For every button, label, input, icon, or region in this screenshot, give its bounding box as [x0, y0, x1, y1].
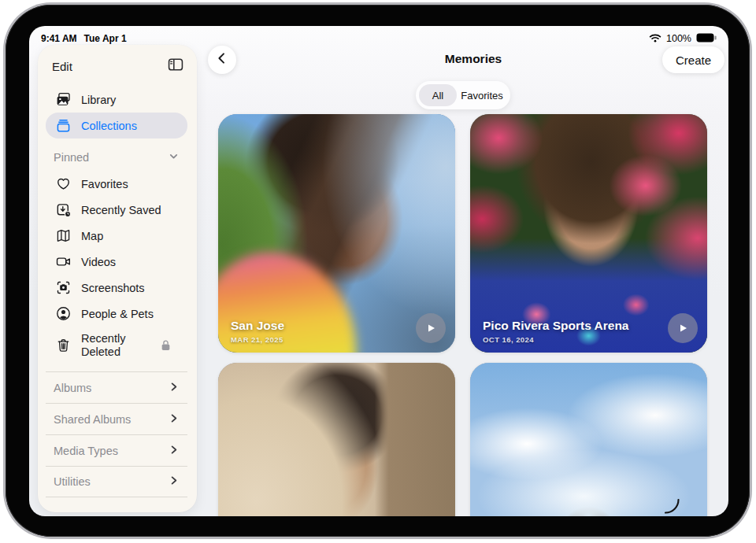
filter-segmented-control: All Favorites — [416, 81, 510, 109]
sidebar-item-people-pets[interactable]: People & Pets — [46, 301, 187, 327]
pinned-list: Favorites Recently Saved Map Videos — [46, 171, 187, 364]
memory-date: OCT 16, 2024 — [483, 335, 534, 344]
sidebar-item-library[interactable]: Library — [46, 87, 187, 113]
person-circle-icon — [54, 305, 72, 322]
photo-stack-icon — [54, 91, 72, 108]
stage: 9:41 AMTue Apr 1 100% Edit Library — [0, 0, 756, 543]
map-icon — [54, 227, 72, 244]
sidebar-item-recently-deleted[interactable]: Recently Deleted — [46, 327, 187, 364]
sidebar-toggle-icon[interactable] — [167, 56, 184, 76]
page-title: Memories — [218, 52, 728, 66]
trash-icon — [54, 337, 72, 353]
play-button[interactable] — [416, 313, 446, 343]
chevron-right-icon — [168, 381, 180, 395]
sidebar-sections: Albums Shared Albums Media Types Utiliti… — [46, 371, 187, 497]
memory-card-pico-rivera[interactable]: Pico Rivera Sports Arena OCT 16, 2024 — [470, 114, 707, 353]
sidebar-item-shared-albums[interactable]: Shared Albums — [46, 403, 187, 434]
sidebar: Edit Library Collections Pinned — [38, 45, 197, 512]
memory-photo — [470, 363, 707, 516]
status-right: 100% — [649, 33, 717, 45]
ipad-frame: 9:41 AMTue Apr 1 100% Edit Library — [6, 5, 750, 537]
sidebar-item-label: Albums — [54, 382, 91, 394]
status-date: Tue Apr 1 — [84, 33, 127, 44]
chevron-right-icon — [168, 444, 180, 458]
battery-icon — [696, 33, 717, 45]
memory-photo — [218, 363, 455, 516]
status-bar: 9:41 AMTue Apr 1 100% — [41, 31, 717, 46]
status-left: 9:41 AMTue Apr 1 — [41, 33, 134, 44]
pinned-section-header[interactable]: Pinned — [46, 146, 187, 169]
memory-title: San Jose — [231, 319, 284, 333]
sidebar-item-label: Library — [81, 94, 116, 106]
sidebar-main-list: Library Collections — [46, 87, 187, 139]
segment-favorites[interactable]: Favorites — [457, 84, 507, 106]
status-time: 9:41 AM — [41, 33, 77, 44]
sidebar-item-label: Shared Albums — [54, 413, 131, 426]
edit-button[interactable]: Edit — [52, 60, 72, 73]
sidebar-item-utilities[interactable]: Utilities — [46, 466, 187, 497]
sidebar-item-label: People & Pets — [81, 308, 154, 320]
corner-curl-mark — [665, 499, 680, 514]
play-icon — [425, 323, 436, 334]
lock-icon — [160, 339, 172, 352]
video-camera-icon — [54, 253, 72, 270]
memory-card-san-jose[interactable]: San Jose MAR 21, 2025 — [218, 114, 455, 353]
memory-card-row2-right[interactable] — [470, 363, 707, 516]
sidebar-item-label: Recently Deleted — [81, 332, 143, 358]
sidebar-header: Edit — [46, 55, 187, 77]
screenshot-icon — [54, 279, 72, 296]
sidebar-item-label: Recently Saved — [81, 204, 161, 216]
sidebar-item-favorites[interactable]: Favorites — [46, 171, 187, 197]
sidebar-item-collections[interactable]: Collections — [46, 113, 187, 139]
sidebar-item-label: Favorites — [81, 178, 128, 190]
sidebar-item-label: Screenshots — [81, 282, 145, 294]
sidebar-item-label: Videos — [81, 256, 116, 268]
sidebar-item-recently-saved[interactable]: Recently Saved — [46, 197, 187, 223]
wifi-icon — [649, 33, 662, 45]
sidebar-item-label: Media Types — [54, 445, 118, 457]
sidebar-item-map[interactable]: Map — [46, 223, 187, 249]
memory-title: Pico Rivera Sports Arena — [483, 319, 629, 333]
sidebar-item-media-types[interactable]: Media Types — [46, 434, 187, 466]
sidebar-item-label: Utilities — [54, 475, 91, 488]
sidebar-item-screenshots[interactable]: Screenshots — [46, 275, 187, 301]
pinned-label: Pinned — [54, 151, 89, 164]
collections-stack-icon — [54, 117, 72, 134]
sidebar-item-albums[interactable]: Albums — [46, 371, 187, 403]
create-button[interactable]: Create — [662, 46, 724, 73]
play-button[interactable] — [668, 313, 698, 343]
memory-card-row2-left[interactable] — [218, 363, 455, 516]
segment-all[interactable]: All — [419, 84, 457, 106]
chevron-down-icon — [168, 150, 180, 164]
memory-date: MAR 21, 2025 — [231, 335, 284, 344]
screen: 9:41 AMTue Apr 1 100% Edit Library — [29, 26, 728, 516]
play-icon — [677, 323, 688, 334]
sidebar-item-label: Collections — [81, 120, 137, 132]
create-label: Create — [676, 54, 711, 67]
chevron-right-icon — [168, 412, 180, 427]
sidebar-item-label: Map — [81, 230, 103, 242]
save-clock-icon — [54, 201, 72, 218]
battery-percent: 100% — [666, 33, 691, 44]
chevron-right-icon — [168, 475, 180, 489]
sidebar-item-videos[interactable]: Videos — [46, 249, 187, 275]
heart-icon — [54, 175, 72, 192]
